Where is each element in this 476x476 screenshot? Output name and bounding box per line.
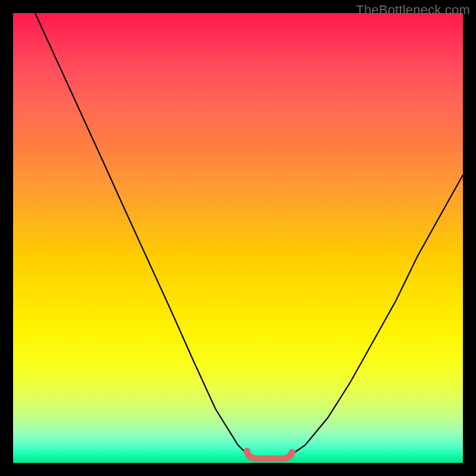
bottleneck-curve (35, 13, 463, 458)
chart-svg (13, 13, 463, 463)
optimal-zone-marker (247, 452, 292, 459)
plot-area (13, 13, 463, 463)
chart-container: TheBottleneck.com (0, 0, 476, 476)
watermark-text: TheBottleneck.com (356, 2, 470, 18)
optimal-zone-start-dot (244, 448, 250, 455)
